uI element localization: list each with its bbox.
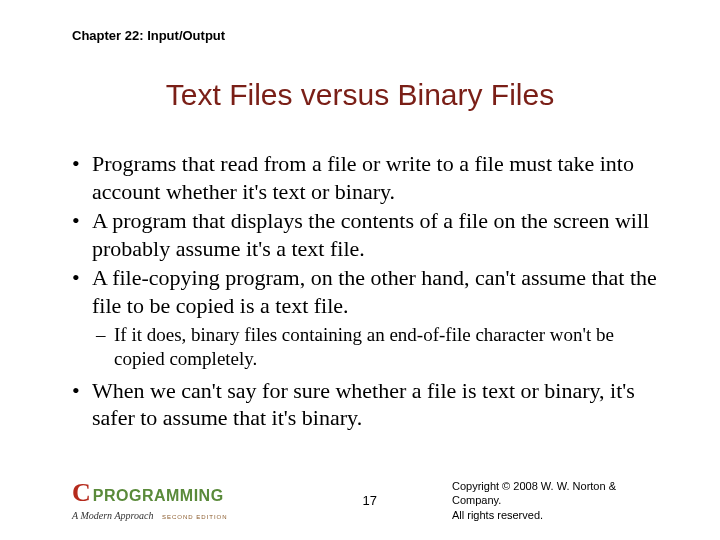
book-logo: C PROGRAMMING A Modern Approach SECOND E… [72,480,228,522]
bullet-item: A program that displays the contents of … [72,207,662,262]
copyright-text: Copyright © 2008 W. W. Norton & Company.… [452,479,662,522]
sub-bullet-item: If it does, binary files containing an e… [96,323,662,371]
bullet-list: When we can't say for sure whether a fil… [72,377,662,432]
bullet-list: Programs that read from a file or write … [72,150,662,319]
chapter-label: Chapter 22: Input/Output [72,28,225,43]
logo-letter: C [72,480,91,506]
sub-bullet-list: If it does, binary files containing an e… [96,323,662,371]
logo-word: PROGRAMMING [93,488,224,504]
logo-subtitle: A Modern Approach [72,510,153,521]
logo-edition: SECOND EDITION [162,514,228,520]
slide-title: Text Files versus Binary Files [0,78,720,112]
bullet-item: A file-copying program, on the other han… [72,264,662,319]
slide-body: Programs that read from a file or write … [72,150,662,434]
bullet-item: Programs that read from a file or write … [72,150,662,205]
bullet-item: When we can't say for sure whether a fil… [72,377,662,432]
page-number: 17 [363,493,377,508]
slide-footer: C PROGRAMMING A Modern Approach SECOND E… [72,479,662,522]
copyright-line: Copyright © 2008 W. W. Norton & Company. [452,479,662,508]
copyright-line: All rights reserved. [452,508,662,522]
